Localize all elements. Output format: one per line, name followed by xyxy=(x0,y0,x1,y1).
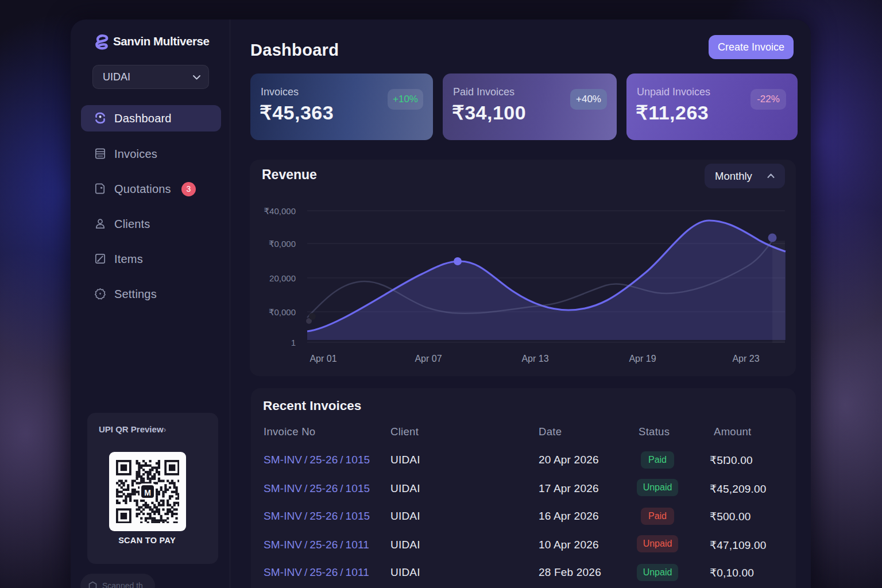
svg-text:M: M xyxy=(144,488,151,497)
